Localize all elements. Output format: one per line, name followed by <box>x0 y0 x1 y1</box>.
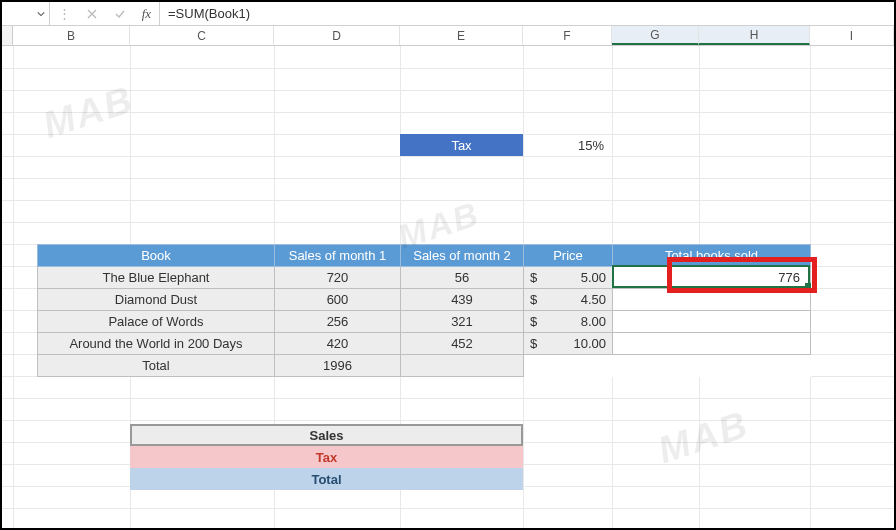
col-header-c[interactable]: C <box>130 26 274 45</box>
tax-value-cell[interactable]: 15% <box>523 134 612 156</box>
summary-sales[interactable]: Sales <box>130 424 523 446</box>
fx-label[interactable]: fx <box>142 6 151 22</box>
col-header-d[interactable]: D <box>274 26 400 45</box>
cell-m1[interactable]: 256 <box>275 311 401 333</box>
cell-m2[interactable]: 439 <box>401 289 524 311</box>
formula-input[interactable]: =SUM(Book1) <box>160 2 894 25</box>
tax-value: 15% <box>578 138 604 153</box>
table-row: The Blue Elephant 720 56 $5.00 776 <box>38 267 811 289</box>
formula-bar: ⋮ fx =SUM(Book1) <box>2 2 894 26</box>
cancel-icon[interactable] <box>86 8 98 20</box>
more-icon[interactable]: ⋮ <box>58 6 71 21</box>
cell-price[interactable]: $10.00 <box>524 333 613 355</box>
th-m2[interactable]: Sales of month 2 <box>401 245 524 267</box>
summary-block: Sales Tax Total <box>130 424 523 490</box>
worksheet-grid[interactable]: Tax 15% Book Sales of month 1 Sales of m… <box>2 46 894 528</box>
cell-sold[interactable]: 776 <box>613 267 811 289</box>
th-price[interactable]: Price <box>524 245 613 267</box>
cell-total-price[interactable] <box>524 355 613 377</box>
table-row: Diamond Dust 600 439 $4.50 <box>38 289 811 311</box>
books-table: Book Sales of month 1 Sales of month 2 P… <box>37 244 811 377</box>
cell-m1[interactable]: 420 <box>275 333 401 355</box>
col-header-h[interactable]: H <box>699 26 810 45</box>
summary-tax[interactable]: Tax <box>130 446 523 468</box>
tax-label: Tax <box>451 138 471 153</box>
cell-total-m2[interactable] <box>401 355 524 377</box>
column-headers: B C D E F G H I <box>2 26 894 46</box>
app-window: ⋮ fx =SUM(Book1) B C D E F G H I <box>0 0 896 530</box>
col-header-i[interactable]: I <box>810 26 894 45</box>
cell-sold[interactable] <box>613 311 811 333</box>
cell-sold[interactable] <box>613 333 811 355</box>
col-header-f[interactable]: F <box>523 26 612 45</box>
cell-m1[interactable]: 600 <box>275 289 401 311</box>
chevron-down-icon <box>37 10 45 18</box>
cell-book[interactable]: The Blue Elephant <box>38 267 275 289</box>
cell-total-m1[interactable]: 1996 <box>275 355 401 377</box>
col-header-e[interactable]: E <box>400 26 523 45</box>
cell-m2[interactable]: 452 <box>401 333 524 355</box>
col-header-g[interactable]: G <box>612 26 699 45</box>
th-m1[interactable]: Sales of month 1 <box>275 245 401 267</box>
cell-book[interactable]: Palace of Words <box>38 311 275 333</box>
cell-sold[interactable] <box>613 289 811 311</box>
cell-book[interactable]: Around the World in 200 Days <box>38 333 275 355</box>
th-sold[interactable]: Total books sold <box>613 245 811 267</box>
cell-total-sold[interactable] <box>613 355 811 377</box>
cell-price[interactable]: $5.00 <box>524 267 613 289</box>
formula-text: =SUM(Book1) <box>168 6 250 21</box>
table-total-row: Total 1996 <box>38 355 811 377</box>
col-header-b[interactable]: B <box>13 26 130 45</box>
table-row: Around the World in 200 Days 420 452 $10… <box>38 333 811 355</box>
select-all-corner[interactable] <box>2 26 13 45</box>
cell-m2[interactable]: 56 <box>401 267 524 289</box>
cell-m1[interactable]: 720 <box>275 267 401 289</box>
name-box[interactable] <box>2 2 50 25</box>
summary-total[interactable]: Total <box>130 468 523 490</box>
formula-controls: ⋮ fx <box>50 2 160 25</box>
cell-price[interactable]: $4.50 <box>524 289 613 311</box>
th-book[interactable]: Book <box>38 245 275 267</box>
cell-m2[interactable]: 321 <box>401 311 524 333</box>
table-header-row: Book Sales of month 1 Sales of month 2 P… <box>38 245 811 267</box>
cell-total-label[interactable]: Total <box>38 355 275 377</box>
enter-icon[interactable] <box>114 8 126 20</box>
cell-book[interactable]: Diamond Dust <box>38 289 275 311</box>
cell-price[interactable]: $8.00 <box>524 311 613 333</box>
table-row: Palace of Words 256 321 $8.00 <box>38 311 811 333</box>
tax-label-cell[interactable]: Tax <box>400 134 523 156</box>
